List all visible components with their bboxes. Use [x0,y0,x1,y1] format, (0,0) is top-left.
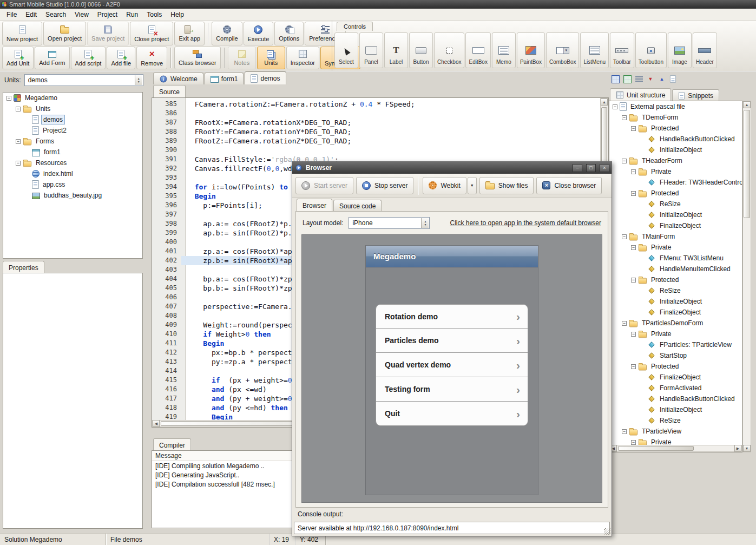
structure-tree-item-resize[interactable]: ReSize [609,415,742,426]
stop-server-button[interactable]: Stop server [356,177,413,194]
units-combobox[interactable]: demos ▲▼ [24,74,143,86]
structure-tree-item-initializeobject[interactable]: InitializeObject [609,145,742,155]
structure-horizontal-scrollbar[interactable]: ◀ ▶ [609,445,742,452]
options-button[interactable]: Options [274,22,304,45]
structure-tree-item-startstop[interactable]: StartStop [609,350,742,361]
project-tree-item-forms[interactable]: −Forms [3,136,142,147]
structure-tree-item-finalizeobject[interactable]: FinalizeObject [609,307,742,318]
show-files-button[interactable]: Show files [479,177,534,194]
structure-tree-item-external-pascal-file[interactable]: −External pascal file [609,101,742,112]
open-project-button[interactable]: Open project [43,22,86,45]
structure-tree-item-initializeobject[interactable]: InitializeObject [609,209,742,220]
control-paintbox[interactable]: PaintBox [517,32,545,68]
tree-expander-icon[interactable]: − [613,104,617,109]
menu-help[interactable]: Help [166,9,188,20]
combo-spinner-icon[interactable]: ▲▼ [421,218,429,228]
browser-tab-source-code[interactable]: Source code [333,200,382,212]
browser-titlebar[interactable]: Browser – □ × [292,162,612,174]
maximize-icon[interactable]: □ [586,164,596,172]
control-select[interactable]: Select [334,32,358,68]
structure-tree-item-finalizeobject[interactable]: FinalizeObject [609,372,742,383]
sort-ascending-icon[interactable] [658,75,666,83]
project-tree-item-app-css[interactable]: app.css [3,179,142,190]
editor-tab-welcome[interactable]: Welcome [153,73,203,84]
combo-spinner-icon[interactable]: ▲▼ [135,75,142,85]
tree-expander-icon[interactable]: − [631,440,636,445]
scroll-up-icon[interactable]: ▲ [601,99,608,106]
structure-tree-item-handlebackbuttonclicked[interactable]: HandleBackButtonClicked [609,393,742,404]
structure-tree-item-protected[interactable]: −Protected [609,274,742,285]
start-server-button[interactable]: Start server [295,177,353,194]
close-project-button[interactable]: Close project [130,22,173,45]
scroll-down-icon[interactable]: ▼ [743,445,751,452]
notes-button[interactable]: Notes [228,47,256,69]
source-tab[interactable]: Source [153,85,186,98]
sort-descending-icon[interactable] [647,75,654,83]
tree-expander-icon[interactable]: − [622,115,627,120]
project-tree-item-buddhas-beauty-jpg[interactable]: buddhas_beauty.jpg [3,190,142,201]
project-tree-item-form1[interactable]: form1 [3,147,142,157]
structure-tree-item-private[interactable]: −Private [609,329,742,339]
add-form-button[interactable]: Add Form [35,47,69,69]
structure-tree-item-protected[interactable]: −Protected [609,361,742,372]
save-project-button[interactable]: Save project [87,22,129,45]
control-toolbutton[interactable]: Toolbutton [635,32,667,68]
controls-palette-tab[interactable]: Controls [337,22,373,31]
menu-run[interactable]: Run [122,9,142,20]
project-tree-item-project2[interactable]: Project2 [3,125,142,136]
exit-app-button[interactable]: Exit app [174,22,205,45]
close-browser-button[interactable]: Close browser [536,177,602,194]
layout-model-combobox[interactable]: iPhone ▲▼ [349,217,430,229]
control-listmenu[interactable]: ListMenu [580,32,609,68]
units-button[interactable]: Units [257,47,285,69]
structure-tree-item-resize[interactable]: ReSize [609,199,742,209]
code-line-388[interactable]: 388 FRootY:=FCamera.rotationY*DEG_TO_RAD… [152,127,600,136]
structure-tree-item-protected[interactable]: −Protected [609,123,742,134]
resize-grip[interactable] [604,528,610,535]
tree-expander-icon[interactable]: − [631,364,636,369]
project-tree-item-index-html[interactable]: index.html [3,168,142,179]
structure-tree-item-fparticles-tparticleview[interactable]: FParticles: TParticleView [609,339,742,350]
structure-tree-item-tdemoform[interactable]: −TDemoForm [609,112,742,123]
minimize-icon[interactable]: – [573,164,582,172]
phone-menu-particles-demo[interactable]: Particles demo› [376,329,528,353]
webkit-dropdown-button[interactable]: ▼ [468,177,477,194]
tree-expander-icon[interactable]: − [631,332,636,337]
tree-expander-icon[interactable]: − [622,159,627,163]
scroll-right-icon[interactable]: ▶ [734,445,741,452]
menu-edit[interactable]: Edit [21,9,41,20]
new-project-button[interactable]: New project [2,22,42,45]
close-icon[interactable]: × [600,164,609,172]
code-line-389[interactable]: 389 FRootZ:=FCamera.rotationZ*DEG_TO_RAD… [152,136,600,146]
structure-tree-item-handlemenuitemclicked[interactable]: HandleMenuItemClicked [609,264,742,274]
structure-tree-item-private[interactable]: −Private [609,166,742,177]
structure-vscroll-thumb[interactable] [744,110,750,218]
structure-tree-item-handlebackbuttonclicked[interactable]: HandleBackButtonClicked [609,134,742,145]
structure-tree-item-tparticlesdemoform[interactable]: −TParticlesDemoForm [609,318,742,329]
structure-tree-item-formactivated[interactable]: FormActivated [609,383,742,393]
project-tree-item-units[interactable]: −Units [3,103,142,114]
tree-expander-icon[interactable]: − [631,126,636,131]
code-line-387[interactable]: 387 FRootX:=FCamera.rotationX*DEG_TO_RAD… [152,118,600,127]
compile-button[interactable]: Compile [212,22,242,45]
structure-tree-item-tparticleview[interactable]: −TParticleView [609,426,742,437]
structure-tree-item-initializeobject[interactable]: InitializeObject [609,296,742,307]
menu-file[interactable]: File [2,9,21,20]
scroll-up-icon[interactable]: ▲ [743,101,751,108]
project-tree-item-demos[interactable]: demos [3,114,142,125]
code-line-386[interactable]: 386 [152,109,600,118]
class-browser-button[interactable]: Class browser [174,47,221,69]
tree-expander-icon[interactable]: − [622,234,627,239]
control-toolbar[interactable]: Toolbar [610,32,634,68]
tree-expander-icon[interactable]: − [631,169,636,174]
structure-tree-item-initializeobject[interactable]: InitializeObject [609,404,742,415]
document-icon[interactable] [670,75,676,83]
add-file-button[interactable]: Add file [107,47,135,69]
tree-expander-icon[interactable]: − [16,107,21,111]
list-view-icon[interactable] [635,76,643,82]
code-line-385[interactable]: 385 FCamera.rotationZ:=FCamera.rotationZ… [152,100,600,109]
menu-view[interactable]: View [70,9,93,20]
structure-tab-unit-structure[interactable]: Unit structure [610,88,671,101]
structure-tree-item-resize[interactable]: ReSize [609,285,742,296]
control-button[interactable]: Button [409,32,433,68]
